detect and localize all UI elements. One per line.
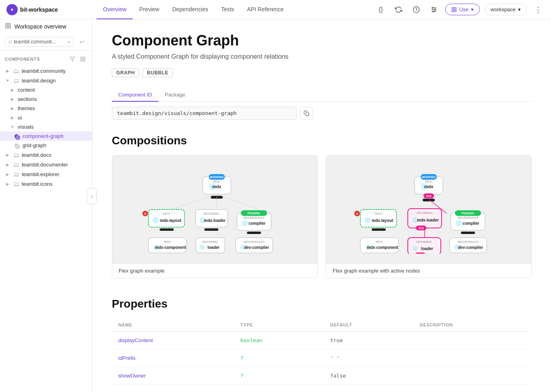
svg-text:compiler: compiler [463, 221, 479, 226]
svg-text:mdx-component: mdx-component [155, 245, 186, 250]
svg-text:MDX/: MDX/ [213, 180, 220, 183]
tab-component-id[interactable]: Component ID [112, 88, 158, 102]
sidebar-item-sections[interactable]: ▶ sections [0, 94, 92, 104]
prop-name-displaycontent[interactable]: displayContent [118, 337, 153, 343]
chevron-right-icon: ▶ [10, 115, 15, 121]
scope-selector[interactable]: ⊡ teambit.communit... ▾ [5, 37, 74, 47]
svg-rect-44 [160, 228, 174, 231]
prop-type-idprefix: ? [241, 355, 244, 361]
table-row: showOwner ? false [112, 367, 532, 385]
tab-dependencies[interactable]: Dependencies [166, 0, 215, 19]
svg-text:compiler: compiler [249, 221, 265, 226]
prop-default-displaycontent: true [330, 337, 343, 343]
sidebar-item-visuals[interactable]: ▼ visuals [0, 122, 92, 131]
svg-text:312: 312 [418, 226, 424, 230]
prop-default-showowner: false [330, 373, 346, 379]
brand-name: bit-workspace [20, 6, 58, 13]
sidebar-item-ui[interactable]: ▶ ui [0, 113, 92, 122]
svg-text:A: A [144, 212, 146, 215]
brand-logo[interactable]: bit-workspace [6, 4, 87, 15]
top-navigation: bit-workspace Overview Preview Dependenc… [0, 0, 551, 19]
prop-type-displaycontent: boolean [241, 337, 263, 343]
svg-point-110 [413, 246, 417, 251]
sidebar-item-teambit-docs[interactable]: ▶ 🗂 teambit.docs [0, 150, 92, 160]
sidebar-item-grid-graph[interactable]: grid-graph [0, 141, 92, 150]
svg-text:MDX/MODULES: MDX/MODULES [243, 216, 264, 219]
group-icon: 🗂 [13, 181, 19, 187]
sidebar-item-teambit-documenter[interactable]: ▶ 🗂 teambit.documenter [0, 160, 92, 169]
svg-text:MDX/: MDX/ [425, 180, 432, 183]
svg-point-99 [456, 220, 462, 226]
more-options-button[interactable]: ⋮ [532, 3, 545, 16]
tab-overview[interactable]: Overview [97, 0, 133, 19]
grid-icon[interactable] [78, 55, 87, 64]
tab-api-reference[interactable]: API Reference [241, 0, 290, 19]
col-header-default: DEFAULT [324, 318, 413, 332]
sidebar-item-label: component-graph [23, 133, 64, 139]
svg-rect-19 [83, 60, 85, 61]
svg-rect-14 [8, 26, 10, 28]
sidebar-item-label: teambit.community [22, 68, 66, 74]
tab-preview[interactable]: Preview [133, 0, 166, 19]
sidebar-item-teambit-design[interactable]: ▼ 🗂 teambit.design [0, 76, 92, 85]
sidebar-item-content[interactable]: ▶ content [0, 85, 92, 94]
svg-text:MDX/MODULES: MDX/MODULES [244, 240, 265, 243]
svg-line-35 [171, 194, 217, 209]
svg-rect-18 [83, 57, 85, 59]
tab-tests[interactable]: Tests [215, 0, 241, 19]
sidebar-item-label: content [18, 87, 35, 93]
workspace-icon [5, 23, 11, 30]
sidebar-collapse-button[interactable]: ‹ [87, 188, 97, 204]
component-dot [14, 144, 19, 148]
sync-icon-btn[interactable] [392, 3, 405, 16]
svg-rect-27 [306, 113, 309, 116]
tag-row: GRAPH BUBBLE [112, 68, 532, 77]
svg-text:mdx-loader: mdx-loader [204, 218, 226, 223]
svg-rect-101 [461, 232, 475, 234]
svg-text:MDX/MODULES: MDX/MODULES [458, 240, 479, 243]
svg-rect-11 [452, 10, 453, 12]
component-id-tabs: Component ID Package [112, 88, 532, 102]
component-id-input[interactable] [112, 107, 297, 120]
sidebar-item-teambit-explorer[interactable]: ▶ 🗂 teambit.explorer [0, 169, 92, 179]
svg-point-7 [433, 11, 434, 12]
prop-desc-idprefix [413, 349, 532, 367]
svg-text:mdx: mdx [424, 184, 434, 189]
svg-point-26 [17, 146, 19, 147]
compositions-grid: MODIFIED MDX/ mdx A [112, 155, 532, 278]
col-header-description: DESCRIPTION [413, 318, 532, 332]
svg-text:MODIFIED: MODIFIED [422, 176, 436, 179]
tab-package[interactable]: Package [158, 88, 192, 102]
composition-card-flex-graph-active: MODIFIED MDX/ mdx 312 [326, 155, 532, 278]
sidebar-item-component-graph[interactable]: component-graph [0, 131, 92, 141]
use-button[interactable]: Use ▾ [445, 4, 480, 15]
copy-button[interactable] [300, 107, 313, 120]
code-icon-btn[interactable]: {} [374, 3, 387, 16]
sidebar-item-themes[interactable]: ▶ themes [0, 104, 92, 113]
svg-rect-8 [452, 7, 453, 9]
filter-icon[interactable] [68, 55, 77, 64]
sidebar-item-teambit-icons[interactable]: ▶ 🗂 teambit.icons [0, 179, 92, 189]
sidebar-item-label: ui [18, 115, 22, 121]
prop-desc-displaycontent [413, 332, 532, 349]
svg-point-42 [153, 218, 158, 223]
prop-name-idprefix[interactable]: idPrefix [118, 355, 136, 361]
group-icon: 🗂 [13, 161, 19, 168]
group-icon: 🗂 [13, 77, 19, 84]
prop-name-showowner[interactable]: showOwner [118, 373, 146, 379]
sidebar-tree: ▶ 🗂 teambit.community ▼ 🗂 teambit.design… [0, 66, 92, 392]
settings-icon-btn[interactable] [428, 3, 440, 16]
svg-text:MDX/BABEL: MDX/BABEL [204, 212, 220, 215]
svg-rect-13 [8, 23, 10, 25]
group-icon: 🗂 [13, 68, 19, 74]
table-row: displayContent boolean true [112, 332, 532, 349]
back-button[interactable]: ↩ [77, 37, 87, 47]
history-icon-btn[interactable] [410, 3, 423, 16]
workspace-overview-item[interactable]: Workspace overview [0, 19, 92, 33]
graph-svg-2: MODIFIED MDX/ mdx 312 [336, 165, 522, 254]
tag-bubble: BUBBLE [142, 68, 173, 77]
sidebar-item-teambit-community[interactable]: ▶ 🗂 teambit.community [0, 66, 92, 76]
workspace-button[interactable]: workspace ▾ [485, 4, 527, 15]
chevron-down-icon: ▾ [68, 40, 70, 44]
table-row: idPrefix ? ' ' [112, 349, 532, 367]
